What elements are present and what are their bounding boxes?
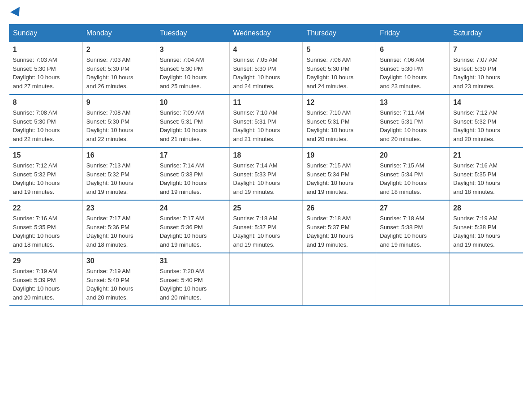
calendar-cell: 23 Sunrise: 7:17 AMSunset: 5:36 PMDaylig… <box>82 200 156 253</box>
logo-triangle-icon <box>10 7 24 19</box>
day-info: Sunrise: 7:18 AMSunset: 5:37 PMDaylight:… <box>233 215 280 248</box>
calendar-header-row: SundayMondayTuesdayWednesdayThursdayFrid… <box>9 25 523 42</box>
day-info: Sunrise: 7:14 AMSunset: 5:33 PMDaylight:… <box>233 162 280 195</box>
header-wednesday: Wednesday <box>229 25 303 42</box>
day-info: Sunrise: 7:17 AMSunset: 5:36 PMDaylight:… <box>86 215 133 248</box>
day-info: Sunrise: 7:03 AMSunset: 5:30 PMDaylight:… <box>86 56 133 90</box>
day-info: Sunrise: 7:16 AMSunset: 5:35 PMDaylight:… <box>453 162 500 195</box>
header-thursday: Thursday <box>303 25 376 42</box>
day-info: Sunrise: 7:19 AMSunset: 5:40 PMDaylight:… <box>86 268 133 301</box>
day-info: Sunrise: 7:05 AMSunset: 5:30 PMDaylight:… <box>233 56 280 90</box>
day-number: 13 <box>380 98 446 107</box>
day-number: 24 <box>160 204 226 212</box>
day-info: Sunrise: 7:17 AMSunset: 5:36 PMDaylight:… <box>160 215 207 248</box>
header-tuesday: Tuesday <box>156 25 229 42</box>
day-number: 16 <box>86 151 152 159</box>
day-number: 8 <box>13 98 79 107</box>
calendar-cell: 26 Sunrise: 7:18 AMSunset: 5:37 PMDaylig… <box>303 200 376 253</box>
day-info: Sunrise: 7:20 AMSunset: 5:40 PMDaylight:… <box>160 268 207 301</box>
calendar-cell: 31 Sunrise: 7:20 AMSunset: 5:40 PMDaylig… <box>156 253 229 306</box>
day-number: 18 <box>233 151 299 159</box>
header-monday: Monday <box>82 25 156 42</box>
calendar-cell: 15 Sunrise: 7:12 AMSunset: 5:32 PMDaylig… <box>9 147 83 200</box>
day-number: 19 <box>306 151 372 159</box>
day-info: Sunrise: 7:04 AMSunset: 5:30 PMDaylight:… <box>160 56 207 90</box>
week-row-2: 8 Sunrise: 7:08 AMSunset: 5:30 PMDayligh… <box>9 94 523 147</box>
day-info: Sunrise: 7:08 AMSunset: 5:30 PMDaylight:… <box>86 109 133 142</box>
calendar-cell: 21 Sunrise: 7:16 AMSunset: 5:35 PMDaylig… <box>450 147 523 200</box>
calendar-cell <box>450 253 523 306</box>
calendar-cell: 28 Sunrise: 7:19 AMSunset: 5:38 PMDaylig… <box>450 200 523 253</box>
day-info: Sunrise: 7:13 AMSunset: 5:32 PMDaylight:… <box>86 162 133 195</box>
calendar-cell: 19 Sunrise: 7:15 AMSunset: 5:34 PMDaylig… <box>303 147 376 200</box>
day-number: 12 <box>306 98 372 107</box>
calendar-cell: 6 Sunrise: 7:06 AMSunset: 5:30 PMDayligh… <box>376 42 450 95</box>
calendar-cell: 7 Sunrise: 7:07 AMSunset: 5:30 PMDayligh… <box>450 42 523 95</box>
calendar-cell: 1 Sunrise: 7:03 AMSunset: 5:30 PMDayligh… <box>9 42 83 95</box>
day-info: Sunrise: 7:14 AMSunset: 5:33 PMDaylight:… <box>160 162 207 195</box>
week-row-1: 1 Sunrise: 7:03 AMSunset: 5:30 PMDayligh… <box>9 42 523 95</box>
calendar-cell: 8 Sunrise: 7:08 AMSunset: 5:30 PMDayligh… <box>9 94 83 147</box>
logo <box>9 9 22 17</box>
day-number: 11 <box>233 98 299 107</box>
day-info: Sunrise: 7:10 AMSunset: 5:31 PMDaylight:… <box>233 109 280 142</box>
day-number: 23 <box>86 204 152 212</box>
day-number: 20 <box>380 151 446 159</box>
day-number: 22 <box>13 204 79 212</box>
calendar-cell: 14 Sunrise: 7:12 AMSunset: 5:32 PMDaylig… <box>450 94 523 147</box>
calendar-cell: 18 Sunrise: 7:14 AMSunset: 5:33 PMDaylig… <box>229 147 303 200</box>
logo-blue-text <box>9 9 22 17</box>
week-row-5: 29 Sunrise: 7:19 AMSunset: 5:39 PMDaylig… <box>9 253 523 306</box>
day-info: Sunrise: 7:06 AMSunset: 5:30 PMDaylight:… <box>380 56 427 90</box>
day-info: Sunrise: 7:12 AMSunset: 5:32 PMDaylight:… <box>13 162 60 195</box>
day-number: 14 <box>453 98 519 107</box>
calendar-cell: 11 Sunrise: 7:10 AMSunset: 5:31 PMDaylig… <box>229 94 303 147</box>
day-number: 6 <box>380 46 446 54</box>
day-info: Sunrise: 7:18 AMSunset: 5:38 PMDaylight:… <box>380 215 427 248</box>
day-number: 2 <box>86 46 152 54</box>
day-info: Sunrise: 7:11 AMSunset: 5:31 PMDaylight:… <box>380 109 427 142</box>
calendar-cell: 4 Sunrise: 7:05 AMSunset: 5:30 PMDayligh… <box>229 42 303 95</box>
day-number: 5 <box>306 46 372 54</box>
day-number: 1 <box>13 46 79 54</box>
calendar-cell: 16 Sunrise: 7:13 AMSunset: 5:32 PMDaylig… <box>82 147 156 200</box>
calendar-cell <box>229 253 303 306</box>
day-number: 7 <box>453 46 519 54</box>
day-info: Sunrise: 7:06 AMSunset: 5:30 PMDaylight:… <box>306 56 353 90</box>
calendar-cell: 12 Sunrise: 7:10 AMSunset: 5:31 PMDaylig… <box>303 94 376 147</box>
calendar-cell: 27 Sunrise: 7:18 AMSunset: 5:38 PMDaylig… <box>376 200 450 253</box>
day-info: Sunrise: 7:15 AMSunset: 5:34 PMDaylight:… <box>380 162 427 195</box>
day-info: Sunrise: 7:09 AMSunset: 5:31 PMDaylight:… <box>160 109 207 142</box>
calendar-cell: 10 Sunrise: 7:09 AMSunset: 5:31 PMDaylig… <box>156 94 229 147</box>
day-number: 28 <box>453 204 519 212</box>
day-number: 4 <box>233 46 299 54</box>
calendar-cell: 25 Sunrise: 7:18 AMSunset: 5:37 PMDaylig… <box>229 200 303 253</box>
calendar-cell: 20 Sunrise: 7:15 AMSunset: 5:34 PMDaylig… <box>376 147 450 200</box>
day-info: Sunrise: 7:16 AMSunset: 5:35 PMDaylight:… <box>13 215 60 248</box>
day-number: 9 <box>86 98 152 107</box>
calendar-cell <box>303 253 376 306</box>
day-number: 25 <box>233 204 299 212</box>
header <box>9 9 523 17</box>
day-number: 3 <box>160 46 226 54</box>
day-info: Sunrise: 7:19 AMSunset: 5:39 PMDaylight:… <box>13 268 60 301</box>
calendar-cell: 29 Sunrise: 7:19 AMSunset: 5:39 PMDaylig… <box>9 253 83 306</box>
day-info: Sunrise: 7:18 AMSunset: 5:37 PMDaylight:… <box>306 215 353 248</box>
day-info: Sunrise: 7:12 AMSunset: 5:32 PMDaylight:… <box>453 109 500 142</box>
day-number: 27 <box>380 204 446 212</box>
calendar-cell: 24 Sunrise: 7:17 AMSunset: 5:36 PMDaylig… <box>156 200 229 253</box>
day-info: Sunrise: 7:15 AMSunset: 5:34 PMDaylight:… <box>306 162 353 195</box>
day-number: 21 <box>453 151 519 159</box>
calendar-cell: 3 Sunrise: 7:04 AMSunset: 5:30 PMDayligh… <box>156 42 229 95</box>
calendar-table: SundayMondayTuesdayWednesdayThursdayFrid… <box>9 24 523 306</box>
day-number: 15 <box>13 151 79 159</box>
day-info: Sunrise: 7:19 AMSunset: 5:38 PMDaylight:… <box>453 215 500 248</box>
header-sunday: Sunday <box>9 25 83 42</box>
day-info: Sunrise: 7:07 AMSunset: 5:30 PMDaylight:… <box>453 56 500 90</box>
day-info: Sunrise: 7:08 AMSunset: 5:30 PMDaylight:… <box>13 109 60 142</box>
day-number: 26 <box>306 204 372 212</box>
calendar-cell: 22 Sunrise: 7:16 AMSunset: 5:35 PMDaylig… <box>9 200 83 253</box>
day-number: 31 <box>160 257 226 265</box>
calendar-cell: 13 Sunrise: 7:11 AMSunset: 5:31 PMDaylig… <box>376 94 450 147</box>
day-number: 17 <box>160 151 226 159</box>
